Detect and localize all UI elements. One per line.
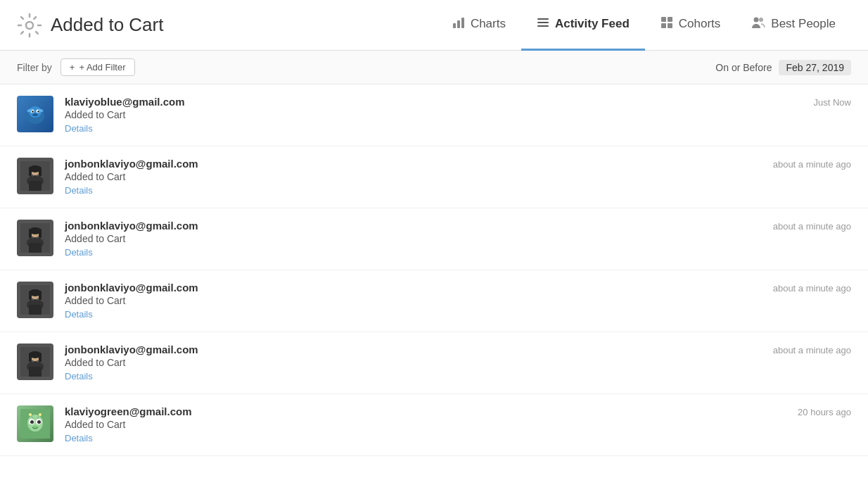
activity-details-link[interactable]: Details [65,185,93,196]
avatar [17,96,53,132]
svg-point-56 [32,360,34,363]
activity-email: jonbonklaviyo@gmail.com [65,220,773,232]
svg-point-57 [37,360,39,363]
svg-rect-1 [453,23,456,28]
activity-time: about a minute ago [773,282,851,294]
activity-content: jonbonklaviyo@gmail.com Added to Cart De… [65,220,773,258]
svg-rect-6 [537,25,549,27]
svg-point-17 [32,111,33,112]
activity-email: klaviyoblue@gmail.com [65,96,814,108]
header-nav: Charts Activity Feed Cohort [437,0,851,51]
svg-rect-55 [39,353,42,363]
activity-list: klaviyoblue@gmail.com Added to Cart Deta… [0,84,868,456]
svg-point-38 [32,237,34,239]
svg-point-19 [32,113,38,116]
plus-icon: + [70,62,75,73]
activity-action: Added to Cart [65,233,773,244]
bar-chart-icon [452,16,465,32]
activity-content: jonbonklaviyo@gmail.com Added to Cart De… [65,344,773,382]
activity-content: jonbonklaviyo@gmail.com Added to Cart De… [65,158,773,196]
svg-point-68 [39,413,42,416]
activity-email: klaviyogreen@gmail.com [65,405,798,417]
filter-condition-area: On or Before Feb 27, 2019 [715,60,851,75]
activity-action: Added to Cart [65,109,814,120]
list-item: jonbonklaviyo@gmail.com Added to Cart De… [0,208,868,270]
activity-action: Added to Cart [65,419,798,430]
activity-time: about a minute ago [773,158,851,170]
svg-rect-37 [39,229,42,239]
list-item: jonbonklaviyo@gmail.com Added to Cart De… [0,332,868,394]
svg-rect-52 [29,367,42,377]
activity-email: jonbonklaviyo@gmail.com [65,282,773,294]
header-title-area: Added to Cart [17,13,437,38]
list-icon [537,16,549,32]
svg-rect-8 [668,17,672,22]
activity-time: Just Now [814,96,851,108]
svg-rect-4 [537,18,549,20]
svg-rect-54 [29,353,32,363]
avatar [17,282,53,318]
svg-rect-36 [29,229,32,239]
activity-details-link[interactable]: Details [65,247,93,258]
activity-action: Added to Cart [65,295,773,306]
svg-point-18 [37,111,39,112]
svg-rect-43 [29,305,42,315]
svg-rect-27 [29,167,32,177]
svg-rect-9 [661,23,666,28]
svg-point-66 [29,413,32,416]
svg-rect-10 [668,23,672,28]
activity-content: klaviyogreen@gmail.com Added to Cart Det… [65,405,798,444]
svg-rect-5 [537,22,549,23]
tab-activity-feed[interactable]: Activity Feed [521,0,645,51]
list-item: klaviyoblue@gmail.com Added to Cart Deta… [0,84,868,146]
tab-cohorts[interactable]: Cohorts [645,0,736,51]
svg-rect-28 [39,167,42,177]
list-item: jonbonklaviyo@gmail.com Added to Cart De… [0,146,868,208]
activity-details-link[interactable]: Details [65,309,93,320]
activity-action: Added to Cart [65,357,773,368]
svg-point-11 [754,18,759,23]
activity-time: about a minute ago [773,220,851,232]
filter-condition-label: On or Before [715,62,772,73]
activity-time: about a minute ago [773,344,851,355]
filter-bar: Filter by + + Add Filter On or Before Fe… [0,51,868,84]
tab-charts[interactable]: Charts [437,0,521,51]
svg-point-47 [32,298,34,301]
filter-date-value[interactable]: Feb 27, 2019 [779,60,851,75]
list-item: klaviyogreen@gmail.com Added to Cart Det… [0,394,868,456]
avatar [17,344,53,380]
tab-best-people[interactable]: Best People [736,0,851,51]
svg-point-39 [37,237,39,239]
activity-details-link[interactable]: Details [65,371,93,382]
activity-action: Added to Cart [65,171,773,182]
grid-icon [660,16,673,32]
svg-point-48 [37,298,39,301]
activity-content: klaviyoblue@gmail.com Added to Cart Deta… [65,96,814,134]
avatar [17,405,53,442]
svg-point-63 [37,420,41,424]
activity-content: jonbonklaviyo@gmail.com Added to Cart De… [65,282,773,320]
page-title: Added to Cart [51,14,163,36]
activity-details-link[interactable]: Details [65,123,93,134]
svg-point-30 [37,175,39,177]
activity-email: jonbonklaviyo@gmail.com [65,158,773,170]
people-icon [751,16,765,32]
svg-rect-7 [661,17,666,22]
svg-point-0 [26,22,33,29]
activity-details-link[interactable]: Details [65,433,93,443]
activity-time: 20 hours ago [798,405,851,417]
gear-icon[interactable] [17,13,42,38]
avatar [17,220,53,256]
filter-by-label: Filter by [17,62,52,73]
svg-point-62 [30,420,34,424]
svg-rect-45 [29,291,32,301]
svg-point-29 [32,175,34,177]
svg-point-12 [759,18,763,22]
svg-rect-25 [29,181,42,191]
svg-rect-2 [457,20,460,28]
svg-rect-46 [39,291,42,301]
svg-rect-34 [29,243,42,253]
add-filter-button[interactable]: + + Add Filter [60,58,135,76]
list-item: jonbonklaviyo@gmail.com Added to Cart De… [0,270,868,332]
avatar [17,158,53,194]
